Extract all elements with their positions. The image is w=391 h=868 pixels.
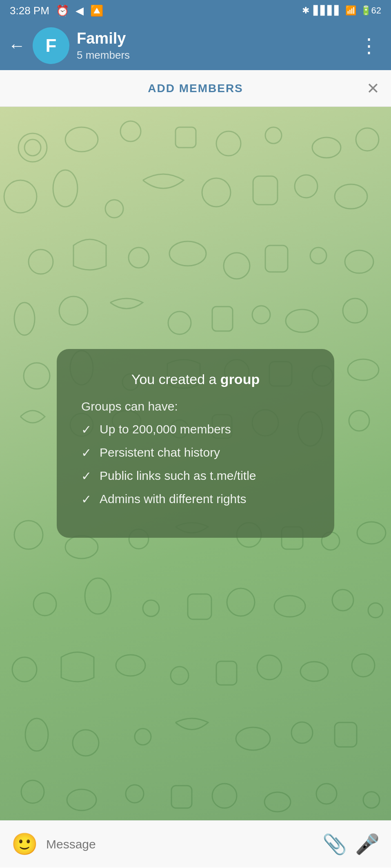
check-icon-2: ✓ bbox=[81, 446, 91, 460]
svg-point-52 bbox=[85, 578, 111, 614]
attach-button[interactable]: 📎 bbox=[322, 833, 347, 856]
group-info-card: You created a group Groups can have: ✓ U… bbox=[57, 349, 334, 538]
svg-point-9 bbox=[4, 180, 37, 213]
svg-point-3 bbox=[120, 121, 141, 141]
svg-point-44 bbox=[14, 521, 43, 549]
message-input[interactable] bbox=[46, 837, 314, 851]
back-button[interactable]: ← bbox=[8, 36, 25, 55]
svg-point-29 bbox=[343, 298, 367, 323]
svg-point-11 bbox=[105, 200, 123, 218]
wifi-icon: 📶 bbox=[345, 5, 356, 16]
group-name: Family bbox=[77, 30, 130, 47]
svg-point-58 bbox=[368, 603, 383, 618]
svg-point-66 bbox=[25, 718, 48, 751]
svg-point-14 bbox=[295, 175, 318, 198]
svg-point-57 bbox=[332, 590, 353, 611]
svg-point-65 bbox=[352, 654, 375, 677]
feature-item-4: ✓ Admins with different rights bbox=[81, 492, 310, 506]
message-input-bar: 🙂 📎 🎤 bbox=[0, 820, 391, 868]
svg-point-15 bbox=[335, 184, 367, 209]
svg-rect-13 bbox=[253, 176, 278, 205]
svg-point-1 bbox=[24, 139, 41, 156]
svg-rect-62 bbox=[216, 661, 237, 685]
svg-point-56 bbox=[274, 596, 305, 617]
svg-point-5 bbox=[216, 131, 241, 156]
svg-point-27 bbox=[252, 306, 270, 324]
close-button[interactable]: ✕ bbox=[367, 80, 380, 97]
svg-point-74 bbox=[126, 785, 144, 803]
svg-point-21 bbox=[310, 247, 327, 264]
svg-point-59 bbox=[12, 657, 37, 682]
check-icon-1: ✓ bbox=[81, 422, 91, 437]
svg-point-45 bbox=[65, 536, 98, 559]
svg-point-16 bbox=[29, 250, 53, 274]
app-icon: 🔼 bbox=[90, 4, 103, 17]
svg-point-17 bbox=[129, 247, 149, 268]
svg-point-51 bbox=[33, 593, 56, 616]
group-avatar: F bbox=[33, 27, 69, 64]
svg-point-69 bbox=[236, 727, 270, 750]
svg-rect-71 bbox=[335, 722, 357, 747]
svg-rect-20 bbox=[265, 245, 288, 272]
svg-point-64 bbox=[300, 662, 328, 681]
svg-point-78 bbox=[316, 784, 337, 804]
feature-item-3: ✓ Public links such as t.me/title bbox=[81, 469, 310, 483]
check-icon-3: ✓ bbox=[81, 469, 91, 483]
svg-point-53 bbox=[143, 600, 159, 616]
svg-point-61 bbox=[171, 667, 189, 685]
time: 3:28 PM bbox=[10, 4, 49, 17]
card-subtitle: Groups can have: bbox=[81, 400, 310, 413]
feature-text-1: Up to 200,000 members bbox=[100, 422, 231, 436]
add-members-label[interactable]: ADD MEMBERS bbox=[148, 82, 243, 95]
microphone-button[interactable]: 🎤 bbox=[355, 833, 380, 856]
status-left: 3:28 PM ⏰ ◀ 🔼 bbox=[10, 4, 103, 17]
svg-point-2 bbox=[65, 127, 98, 152]
emoji-button[interactable]: 🙂 bbox=[11, 832, 38, 857]
svg-point-24 bbox=[59, 296, 88, 325]
svg-point-8 bbox=[356, 128, 379, 151]
svg-point-19 bbox=[224, 253, 250, 279]
status-bar: 3:28 PM ⏰ ◀ 🔼 ✱ ▋▋▋▋ 📶 🔋62 bbox=[0, 0, 391, 21]
feature-text-4: Admins with different rights bbox=[100, 492, 247, 506]
svg-point-70 bbox=[291, 722, 313, 743]
svg-point-68 bbox=[135, 729, 151, 745]
header-left: ← F Family 5 members bbox=[8, 27, 130, 64]
status-right: ✱ ▋▋▋▋ 📶 🔋62 bbox=[302, 5, 381, 16]
svg-point-18 bbox=[169, 241, 206, 266]
svg-point-63 bbox=[257, 655, 282, 680]
more-options-button[interactable]: ⋮ bbox=[355, 30, 383, 61]
alarm-icon: ⏰ bbox=[56, 4, 69, 17]
header-info: Family 5 members bbox=[77, 30, 130, 62]
svg-rect-54 bbox=[188, 594, 211, 619]
navigation-icon: ◀ bbox=[76, 4, 84, 17]
svg-point-77 bbox=[264, 792, 291, 812]
svg-rect-4 bbox=[176, 127, 196, 148]
card-title: You created a group bbox=[81, 371, 310, 387]
feature-text-2: Persistent chat history bbox=[100, 446, 220, 459]
check-icon-4: ✓ bbox=[81, 492, 91, 506]
svg-point-60 bbox=[116, 655, 145, 676]
svg-point-10 bbox=[53, 170, 78, 207]
svg-point-23 bbox=[14, 303, 35, 335]
svg-point-67 bbox=[73, 730, 99, 756]
svg-point-7 bbox=[312, 137, 341, 158]
svg-point-36 bbox=[348, 359, 379, 380]
svg-point-43 bbox=[349, 411, 369, 431]
svg-point-0 bbox=[18, 133, 47, 162]
svg-point-30 bbox=[24, 363, 50, 389]
svg-point-76 bbox=[212, 784, 237, 808]
svg-point-55 bbox=[227, 588, 255, 616]
svg-point-28 bbox=[286, 309, 318, 332]
svg-point-73 bbox=[67, 789, 96, 811]
svg-point-6 bbox=[265, 127, 282, 144]
svg-point-22 bbox=[345, 250, 373, 273]
feature-item-2: ✓ Persistent chat history bbox=[81, 446, 310, 460]
chat-background: You created a group Groups can have: ✓ U… bbox=[0, 107, 391, 820]
svg-point-25 bbox=[168, 311, 191, 334]
member-count: 5 members bbox=[77, 49, 130, 62]
svg-rect-26 bbox=[212, 307, 233, 331]
signal-icon: ▋▋▋▋ bbox=[313, 5, 341, 16]
svg-point-72 bbox=[21, 780, 44, 803]
svg-point-50 bbox=[357, 522, 386, 544]
svg-rect-75 bbox=[171, 786, 192, 808]
